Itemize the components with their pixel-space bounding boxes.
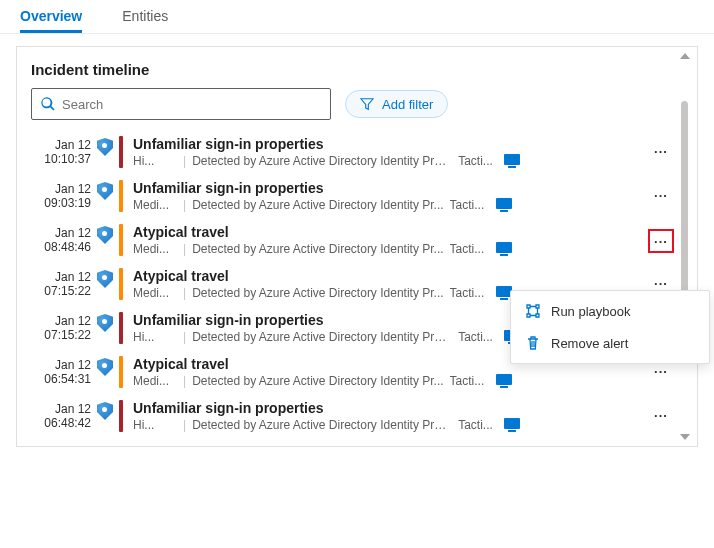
severity-bar xyxy=(119,356,123,388)
type-icon-col xyxy=(91,136,119,156)
add-filter-label: Add filter xyxy=(382,97,433,112)
system-icon xyxy=(504,154,520,168)
menu-remove-alert[interactable]: Remove alert xyxy=(511,327,709,359)
type-icon-col xyxy=(91,180,119,200)
menu-run-playbook[interactable]: Run playbook xyxy=(511,295,709,327)
shield-icon xyxy=(97,226,113,244)
menu-run-playbook-label: Run playbook xyxy=(551,304,631,319)
alert-subtitle: Medi... | Detected by Azure Active Direc… xyxy=(133,374,649,388)
tactics-label: Tacti... xyxy=(450,242,490,256)
timestamp: Jan 12 08:48:46 xyxy=(31,224,91,254)
shield-icon xyxy=(97,270,113,288)
date-label: Jan 12 xyxy=(31,226,91,240)
time-label: 10:10:37 xyxy=(31,152,91,166)
divider: | xyxy=(183,330,186,344)
severity-label: Medi... xyxy=(133,242,177,256)
severity-bar xyxy=(119,136,123,168)
divider: | xyxy=(183,154,186,168)
more-actions-button[interactable]: ··· xyxy=(649,400,673,423)
scroll-down-icon[interactable] xyxy=(680,434,690,440)
filter-icon xyxy=(360,97,374,111)
row-context-menu: Run playbook Remove alert xyxy=(510,290,710,364)
tactics-label: Tacti... xyxy=(458,154,498,168)
search-input[interactable] xyxy=(62,97,322,112)
alert-title: Unfamiliar sign-in properties xyxy=(133,136,649,152)
date-label: Jan 12 xyxy=(31,182,91,196)
date-label: Jan 12 xyxy=(31,314,91,328)
detected-by: Detected by Azure Active Directory Ident… xyxy=(192,154,452,168)
severity-bar xyxy=(119,268,123,300)
timestamp: Jan 12 06:48:42 xyxy=(31,400,91,430)
tactics-label: Tacti... xyxy=(450,374,490,388)
type-icon-col xyxy=(91,312,119,332)
menu-remove-alert-label: Remove alert xyxy=(551,336,628,351)
divider: | xyxy=(183,418,186,432)
more-actions-button[interactable]: ··· xyxy=(649,230,673,252)
timeline-row[interactable]: Jan 12 09:03:19 Unfamiliar sign-in prope… xyxy=(17,174,697,218)
time-label: 06:48:42 xyxy=(31,416,91,430)
detected-by: Detected by Azure Active Directory Ident… xyxy=(192,330,452,344)
timestamp: Jan 12 10:10:37 xyxy=(31,136,91,166)
severity-bar xyxy=(119,400,123,432)
panel-title: Incident timeline xyxy=(17,47,697,88)
severity-bar xyxy=(119,312,123,344)
severity-bar xyxy=(119,224,123,256)
timestamp: Jan 12 07:15:22 xyxy=(31,268,91,298)
more-actions-button[interactable]: ··· xyxy=(649,136,673,159)
more-actions-button[interactable]: ··· xyxy=(649,180,673,203)
timeline-row[interactable]: Jan 12 06:48:42 Unfamiliar sign-in prope… xyxy=(17,394,697,438)
tabs: Overview Entities xyxy=(0,0,714,34)
time-label: 06:54:31 xyxy=(31,372,91,386)
row-body: Atypical travel Medi... | Detected by Az… xyxy=(133,224,649,256)
divider: | xyxy=(183,286,186,300)
detected-by: Detected by Azure Active Directory Ident… xyxy=(192,418,452,432)
row-body: Unfamiliar sign-in properties Medi... | … xyxy=(133,180,649,212)
divider: | xyxy=(183,374,186,388)
detected-by: Detected by Azure Active Directory Ident… xyxy=(192,242,443,256)
add-filter-button[interactable]: Add filter xyxy=(345,90,448,118)
shield-icon xyxy=(97,358,113,376)
time-label: 08:48:46 xyxy=(31,240,91,254)
alert-subtitle: Hi... | Detected by Azure Active Directo… xyxy=(133,154,649,168)
severity-label: Medi... xyxy=(133,286,177,300)
detected-by: Detected by Azure Active Directory Ident… xyxy=(192,198,443,212)
controls-row: Add filter xyxy=(17,88,697,130)
severity-label: Hi... xyxy=(133,418,177,432)
alert-title: Unfamiliar sign-in properties xyxy=(133,400,649,416)
shield-icon xyxy=(97,314,113,332)
incident-timeline-panel: Incident timeline Add filter Jan 12 10:1… xyxy=(16,46,698,447)
timeline-row[interactable]: Jan 12 08:48:46 Atypical travel Medi... … xyxy=(17,218,697,262)
system-icon xyxy=(504,418,520,432)
severity-label: Hi... xyxy=(133,154,177,168)
tab-entities[interactable]: Entities xyxy=(122,0,168,33)
scrollbar[interactable] xyxy=(679,53,691,440)
tab-overview[interactable]: Overview xyxy=(20,0,82,33)
type-icon-col xyxy=(91,268,119,288)
playbook-icon xyxy=(525,303,541,319)
scroll-up-icon[interactable] xyxy=(680,53,690,59)
alert-title: Atypical travel xyxy=(133,224,649,240)
date-label: Jan 12 xyxy=(31,138,91,152)
shield-icon xyxy=(97,402,113,420)
alert-subtitle: Medi... | Detected by Azure Active Direc… xyxy=(133,242,649,256)
type-icon-col xyxy=(91,356,119,376)
system-icon xyxy=(496,374,512,388)
timestamp: Jan 12 07:15:22 xyxy=(31,312,91,342)
more-actions-button[interactable]: ··· xyxy=(649,268,673,291)
severity-label: Hi... xyxy=(133,330,177,344)
severity-label: Medi... xyxy=(133,198,177,212)
detected-by: Detected by Azure Active Directory Ident… xyxy=(192,286,443,300)
time-label: 07:15:22 xyxy=(31,284,91,298)
alert-subtitle: Hi... | Detected by Azure Active Directo… xyxy=(133,418,649,432)
timestamp: Jan 12 09:03:19 xyxy=(31,180,91,210)
timeline-row[interactable]: Jan 12 10:10:37 Unfamiliar sign-in prope… xyxy=(17,130,697,174)
search-box[interactable] xyxy=(31,88,331,120)
timeline-list: Jan 12 10:10:37 Unfamiliar sign-in prope… xyxy=(17,130,697,446)
search-icon xyxy=(40,96,56,112)
divider: | xyxy=(183,242,186,256)
type-icon-col xyxy=(91,224,119,244)
alert-title: Unfamiliar sign-in properties xyxy=(133,180,649,196)
type-icon-col xyxy=(91,400,119,420)
row-body: Unfamiliar sign-in properties Hi... | De… xyxy=(133,400,649,432)
system-icon xyxy=(496,198,512,212)
